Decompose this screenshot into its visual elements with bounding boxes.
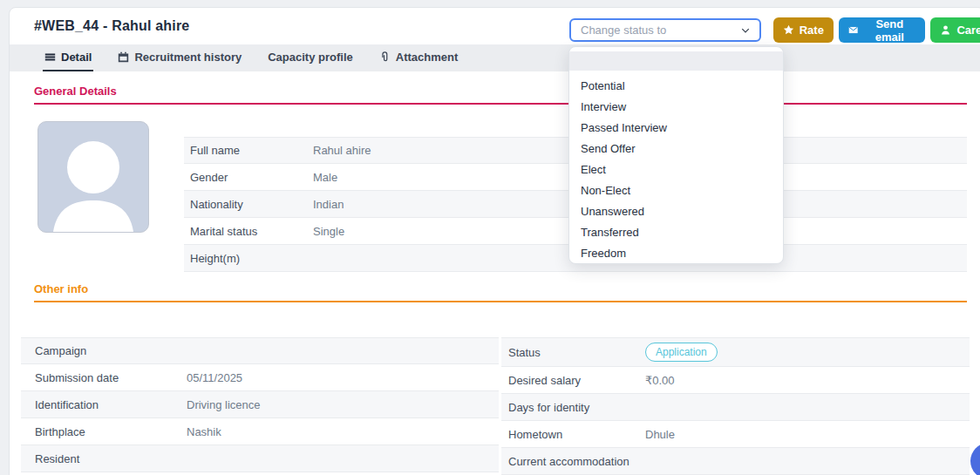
table-row: Desired salary ₹0.00 [501,367,970,394]
table-row: Current accommodation [501,448,970,475]
tab-capacity-profile[interactable]: Capacity profile [266,44,355,71]
tab-strip: Detail Recruitment history Capacity prof… [10,44,980,71]
tab-label: Recruitment history [134,51,242,64]
table-row: Campaign [21,337,499,364]
field-value: Dhule [645,428,675,441]
paperclip-icon [379,51,391,63]
field-label: Nationality [184,198,313,211]
table-row: Hometown Dhule [501,421,970,448]
tab-detail[interactable]: Detail [43,44,93,71]
status-option-interview[interactable]: Interview [569,97,783,118]
header-controls: Change status to Rate Send email Care [569,17,980,43]
candidate-detail-card: #WEB_44 - Rahul ahire Change status to R… [9,7,980,475]
field-label: Desired salary [501,374,645,387]
field-label: Hometown [501,428,645,441]
other-info-right-table: Status Application Desired salary ₹0.00 … [501,337,970,475]
field-label: Current accommodation [501,455,645,468]
status-dropdown-panel: Potential Interview Passed Interview Sen… [568,46,784,264]
status-option-unanswered[interactable]: Unanswered [569,201,783,222]
rate-button-label: Rate [800,24,824,37]
envelope-icon [848,24,858,36]
field-value: Indian [313,198,344,211]
care-button-label: Care [956,24,980,37]
tab-label: Capacity profile [268,51,353,64]
field-value: Rahul ahire [313,144,371,157]
table-row: Identification Driving licence [21,391,499,418]
care-button[interactable]: Care [930,17,980,43]
field-value: ₹0.00 [645,374,675,387]
table-row: Status Application [501,337,970,367]
send-email-button-label: Send email [863,17,915,44]
status-option-freedom[interactable]: Freedom [569,243,783,264]
field-value: Nashik [187,425,221,438]
field-value: 05/11/2025 [187,371,242,384]
status-option-non-elect[interactable]: Non-Elect [569,180,783,201]
field-label: Full name [184,144,313,157]
field-label: Identification [21,398,187,411]
field-label: Days for identity [501,401,645,414]
other-info-header: Other info [34,281,967,302]
status-option-passed-interview[interactable]: Passed Interview [569,118,783,139]
page-title: #WEB_44 - Rahul ahire [34,18,189,34]
star-icon [783,24,794,36]
field-label: Gender [184,171,313,184]
field-label: Height(m) [184,252,313,265]
table-row: Birthplace Nashik [21,418,499,445]
avatar-silhouette-icon [38,122,148,232]
field-label: Birthplace [21,425,187,438]
other-info-left-table: Campaign Submission date 05/11/2025 Iden… [21,337,499,475]
rate-button[interactable]: Rate [773,17,834,43]
tab-label: Detail [61,51,92,64]
field-value: Driving licence [187,398,261,411]
tab-label: Attachment [396,51,459,64]
table-row: Days for identity [501,394,970,421]
field-value: Single [313,225,344,238]
general-details-header: General Details [34,83,967,105]
status-option-elect[interactable]: Elect [569,159,783,180]
calendar-icon [118,51,129,63]
status-dropdown-empty-option[interactable] [569,51,783,71]
other-info-title: Other info [34,282,88,295]
change-status-placeholder: Change status to [581,24,666,37]
field-label: Marital status [184,225,313,238]
change-status-select[interactable]: Change status to [569,18,761,42]
status-badge: Application [645,343,718,362]
status-option-transferred[interactable]: Transferred [569,222,783,243]
status-dropdown-list: Potential Interview Passed Interview Sen… [569,71,783,264]
send-email-button[interactable]: Send email [839,17,926,43]
table-row: Submission date 05/11/2025 [21,364,499,391]
tab-attachment[interactable]: Attachment [378,44,460,71]
detail-content: General Details Full name Rahul ahire Ge… [10,83,980,475]
general-details-title: General Details [34,85,117,98]
field-label: Status [501,346,645,359]
list-icon [44,51,56,63]
status-option-potential[interactable]: Potential [569,76,783,97]
status-option-send-offer[interactable]: Send Offer [569,139,783,159]
field-label: Resident [21,452,187,465]
general-details-body: Full name Rahul ahire Gender Male Nation… [34,121,967,272]
field-value: Male [313,171,337,184]
candidate-avatar [37,121,149,233]
other-info-body: Campaign Submission date 05/11/2025 Iden… [21,337,967,475]
table-row: Resident [21,445,499,472]
chevron-down-icon [740,25,751,36]
field-label: Submission date [21,371,187,384]
person-icon [940,24,951,36]
field-label: Campaign [21,344,187,357]
tab-recruitment-history[interactable]: Recruitment history [116,44,243,71]
